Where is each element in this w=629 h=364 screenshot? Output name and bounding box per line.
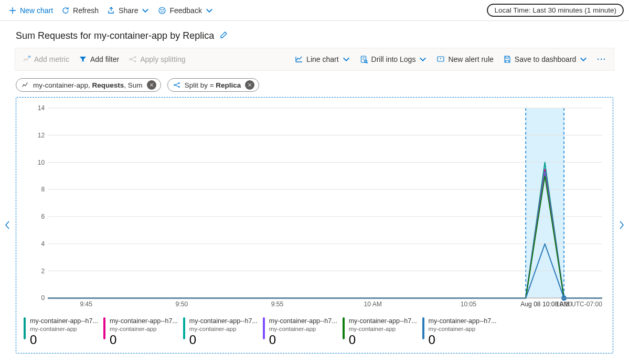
chevron-down-icon: [342, 55, 350, 63]
add-metric-icon: [23, 55, 31, 63]
legend-swatch: [103, 317, 105, 339]
svg-text:9:55: 9:55: [271, 301, 284, 308]
new-alert-rule-button[interactable]: New alert rule: [432, 53, 497, 66]
svg-text:14: 14: [38, 104, 45, 112]
svg-text:8: 8: [41, 186, 45, 193]
share-button[interactable]: Share: [104, 4, 153, 17]
chevron-down-icon: [205, 6, 214, 15]
legend-swatch: [24, 317, 26, 339]
svg-text:UTC-07:00: UTC-07:00: [571, 301, 602, 308]
feedback-button[interactable]: Feedback: [155, 4, 216, 17]
plus-icon: [8, 6, 17, 15]
edit-icon: [219, 31, 228, 39]
alert-icon: [436, 55, 445, 63]
remove-metric-pill[interactable]: [147, 80, 156, 90]
split-pill[interactable]: Split by = Replica: [167, 78, 260, 92]
legend-series-value: 0: [30, 332, 98, 348]
next-chart-button[interactable]: [614, 220, 629, 230]
chart-frame[interactable]: 024681012149:459:509:5510 AM10:0510:10Au…: [16, 97, 613, 354]
svg-text:Aug 08 10:08 AM: Aug 08 10:08 AM: [520, 301, 569, 308]
save-icon: [503, 55, 511, 63]
svg-text:10 AM: 10 AM: [364, 301, 382, 308]
chart-title-row: Sum Requests for my-container-app by Rep…: [0, 21, 629, 48]
svg-text:10:05: 10:05: [461, 301, 476, 308]
legend-series-name: my-container-app--h7...: [110, 317, 178, 326]
add-filter-button[interactable]: Add filter: [74, 53, 123, 66]
legend-item[interactable]: my-container-app--h7...my-container-app0: [181, 316, 260, 349]
legend-series-name: my-container-app--h7...: [429, 317, 497, 326]
svg-point-5: [135, 61, 136, 62]
svg-text:6: 6: [41, 213, 45, 220]
legend-series-name: my-container-app--h7...: [269, 317, 337, 326]
chart-type-selector[interactable]: Line chart: [291, 53, 354, 66]
remove-split-pill[interactable]: [245, 80, 254, 90]
chart-toolbar: Add metric Add filter Apply splitting Li…: [15, 48, 614, 71]
line-chart-canvas: 024681012149:459:509:5510 AM10:0510:10Au…: [22, 103, 607, 314]
legend-series-name: my-container-app--h7...: [30, 317, 98, 326]
filter-icon: [79, 55, 87, 63]
more-actions-button[interactable]: ···: [593, 53, 611, 66]
new-chart-button[interactable]: New chart: [5, 4, 56, 17]
svg-text:9:45: 9:45: [80, 301, 92, 308]
legend-item[interactable]: my-container-app--h7...my-container-app0: [340, 316, 419, 349]
edit-title-button[interactable]: [219, 31, 228, 41]
legend-swatch: [422, 317, 424, 339]
logs-icon: [360, 55, 368, 63]
svg-point-1: [161, 9, 162, 9]
refresh-button[interactable]: Refresh: [58, 4, 102, 17]
time-range-picker[interactable]: Local Time: Last 30 minutes (1 minute): [487, 4, 624, 17]
selection-pills: my-container-app, Requests, Sum Split by…: [0, 71, 629, 97]
close-icon: [247, 82, 252, 88]
metric-pill-text: my-container-app, Requests, Sum: [33, 81, 143, 89]
line-chart-icon: [295, 55, 303, 63]
legend-item[interactable]: my-container-app--h7...my-container-app0: [420, 316, 499, 349]
svg-point-9: [174, 84, 175, 85]
split-pill-text: Split by = Replica: [185, 81, 241, 89]
share-icon: [107, 6, 115, 15]
split-icon: [173, 81, 180, 89]
svg-point-0: [159, 7, 165, 14]
svg-point-10: [178, 82, 179, 83]
legend-series-value: 0: [189, 332, 258, 348]
svg-text:12: 12: [38, 132, 45, 139]
share-label: Share: [119, 6, 138, 15]
legend-series-value: 0: [269, 332, 337, 348]
chevron-right-icon: [618, 220, 625, 230]
legend-item[interactable]: my-container-app--h7...my-container-app0: [22, 316, 100, 349]
svg-rect-12: [526, 108, 564, 298]
smiley-icon: [158, 6, 166, 15]
legend-series-value: 0: [349, 332, 417, 348]
svg-text:9:50: 9:50: [176, 301, 188, 308]
chevron-left-icon: [4, 220, 11, 230]
legend-series-value: 0: [429, 332, 497, 348]
split-icon: [129, 55, 137, 63]
legend-series-value: 0: [110, 332, 178, 348]
drill-into-logs-button[interactable]: Drill into Logs: [356, 53, 432, 66]
legend-swatch: [183, 317, 185, 339]
chart-title: Sum Requests for my-container-app by Rep…: [16, 30, 214, 41]
chevron-down-icon: [419, 55, 427, 63]
svg-text:4: 4: [41, 240, 45, 248]
refresh-icon: [61, 6, 70, 15]
metric-pill[interactable]: my-container-app, Requests, Sum: [16, 78, 161, 92]
legend-item[interactable]: my-container-app--h7...my-container-app0: [261, 316, 339, 349]
metric-icon: [22, 81, 29, 89]
new-chart-label: New chart: [20, 6, 53, 15]
prev-chart-button[interactable]: [0, 220, 15, 230]
legend-swatch: [343, 317, 345, 339]
apply-splitting-button[interactable]: Apply splitting: [124, 53, 189, 66]
chart-legend: my-container-app--h7...my-container-app0…: [22, 316, 607, 349]
save-to-dashboard-button[interactable]: Save to dashboard: [499, 53, 592, 66]
chevron-down-icon: [141, 6, 150, 15]
chart-area: 024681012149:459:509:5510 AM10:0510:10Au…: [0, 97, 629, 354]
legend-series-name: my-container-app--h7...: [349, 317, 417, 326]
svg-point-4: [135, 57, 136, 58]
refresh-label: Refresh: [73, 6, 99, 15]
legend-swatch: [263, 317, 265, 339]
legend-item[interactable]: my-container-app--h7...my-container-app0: [101, 316, 180, 349]
feedback-label: Feedback: [169, 6, 201, 15]
svg-point-11: [178, 86, 179, 87]
svg-point-2: [163, 9, 164, 9]
add-metric-button[interactable]: Add metric: [18, 53, 73, 66]
svg-text:2: 2: [41, 267, 45, 275]
